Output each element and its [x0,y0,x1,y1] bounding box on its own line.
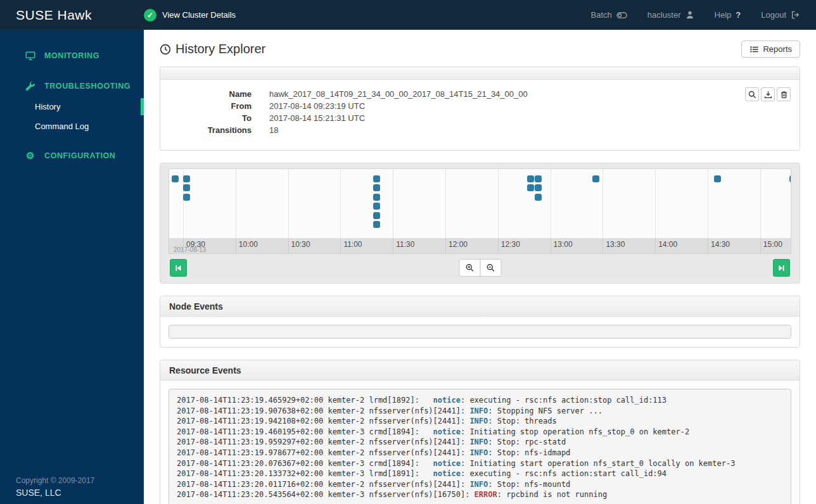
log-line: 2017-08-14T11:23:19.978677+02:00 kemter-… [177,448,783,458]
transition-marker[interactable] [714,175,721,182]
timeline-gridline [760,169,761,238]
transition-marker[interactable] [373,194,380,201]
sidebar-item-troubleshooting[interactable]: TROUBLESHOOTING [0,75,144,97]
axis-separator [340,238,341,253]
timeline-gridline [288,169,289,238]
timeline-axis: 2017-08-13 09:3010:0010:3011:0011:3012:0… [169,238,791,254]
transition-marker[interactable] [527,184,534,191]
transition-marker[interactable] [373,221,380,228]
timeline-next-button[interactable] [773,259,790,277]
timeline-zoom-group [459,259,501,277]
axis-tick-label: 10:30 [291,240,310,249]
reports-button-label: Reports [763,44,792,54]
axis-separator [183,238,184,253]
log-line: 2017-08-14T11:23:19.907638+02:00 kemter-… [177,406,783,417]
monitor-icon [25,51,35,61]
help-menu[interactable]: Help ? [715,10,741,20]
transition-marker[interactable] [183,184,190,191]
sidebar: MONITORING TROUBLESHOOTING History Comma… [0,30,144,504]
timeline-zoom-out-button[interactable] [480,259,501,277]
field-value: 2017-08-14 09:23:19 UTC [269,100,789,112]
field-label: Name [170,88,252,100]
cluster-status-ok-icon: ✓ [144,9,156,22]
zoom-out-icon [486,263,495,272]
transition-marker[interactable] [183,194,190,201]
log-line: 2017-08-14T11:23:19.942108+02:00 kemter-… [177,416,783,427]
logout-button[interactable]: Logout [761,10,800,20]
sidebar-item-configuration[interactable]: ⚙ CONFIGURATION [0,145,144,166]
transition-marker[interactable] [172,175,179,182]
transition-marker[interactable] [789,175,791,182]
transition-marker[interactable] [527,175,534,182]
user-label: hacluster [647,10,681,20]
timeline-prev-button[interactable] [170,259,187,277]
timeline-gridline [551,169,551,238]
user-menu[interactable]: hacluster [647,10,694,20]
copyright: Copyright © 2009-2017 SUSE, LLC [16,476,94,498]
timeline-gridline [655,169,656,238]
field-label: From [170,100,252,112]
axis-separator [498,238,499,253]
report-panel-header [160,67,800,80]
app-logo[interactable]: SUSE Hawk [0,8,144,23]
clock-icon [160,44,171,55]
transition-marker[interactable] [183,175,190,182]
step-backward-icon [174,264,182,272]
field-value: hawk_2017_08_14T09_21_34_00_00_2017_08_1… [269,88,789,100]
log-line: 2017-08-14T11:23:19.465929+02:00 kemter-… [177,395,783,406]
resource-events-header: Resource Events [160,360,800,381]
axis-tick-label: 14:30 [711,240,730,249]
sidebar-item-command-log[interactable]: Command Log [0,117,144,136]
field-value: 2017-08-14 15:21:31 UTC [269,112,789,124]
user-icon [685,10,694,20]
zoom-in-icon [465,263,474,272]
log-line: 2017-08-14T11:23:20.011716+02:00 kemter-… [177,479,783,490]
transition-marker[interactable] [373,184,380,191]
transition-marker[interactable] [535,194,542,201]
timeline-controls [169,258,791,277]
timeline-gridline [708,169,708,238]
sidebar-item-monitoring[interactable]: MONITORING [0,45,144,66]
axis-tick-label: 14:00 [658,240,677,249]
log-severity: INFO [469,406,488,415]
axis-tick-label: 13:00 [554,240,573,249]
transition-marker[interactable] [592,175,599,182]
batch-toggle-icon [616,10,627,20]
axis-separator [708,238,708,253]
transition-marker[interactable] [373,175,380,182]
field-label: Transitions [170,124,252,136]
copyright-line: Copyright © 2009-2017 [16,476,94,485]
page-title-label: History Explorer [175,42,265,56]
transition-marker[interactable] [373,212,380,219]
reports-button[interactable]: Reports [741,41,800,58]
help-label: Help [715,10,732,20]
download-icon [764,91,772,99]
batch-button[interactable]: Batch [591,10,627,20]
log-severity: notice [433,459,461,468]
report-fields: Namehawk_2017_08_14T09_21_34_00_00_2017_… [170,88,789,136]
main-content: History Explorer Reports Namehawk_2017_0… [144,30,816,504]
timeline-zoom-in-button[interactable] [459,259,480,277]
transition-marker[interactable] [535,175,542,182]
log-severity: notice [433,427,461,436]
axis-separator [602,238,603,253]
sidebar-item-history[interactable]: History [0,97,144,117]
delete-report-button[interactable] [777,87,791,101]
inspect-report-button[interactable] [745,87,759,101]
axis-separator [236,238,236,253]
axis-tick-label: 09:30 [186,240,205,249]
log-severity: notice [433,469,461,478]
log-line: 2017-08-14T11:23:19.959297+02:00 kemter-… [177,437,783,448]
report-actions [745,87,791,101]
field-label: To [170,112,252,124]
download-report-button[interactable] [761,87,775,101]
axis-separator [655,238,656,253]
axis-tick-label: 10:00 [239,240,258,249]
transition-marker[interactable] [535,184,542,191]
resource-events-log: 2017-08-14T11:23:19.465929+02:00 kemter-… [169,389,791,504]
node-events-header: Node Events [160,296,800,317]
active-indicator [141,98,144,115]
view-cluster-details-link[interactable]: ✓ View Cluster Details [144,9,236,22]
transition-marker[interactable] [373,203,380,210]
axis-tick-label: 15:00 [763,240,782,249]
